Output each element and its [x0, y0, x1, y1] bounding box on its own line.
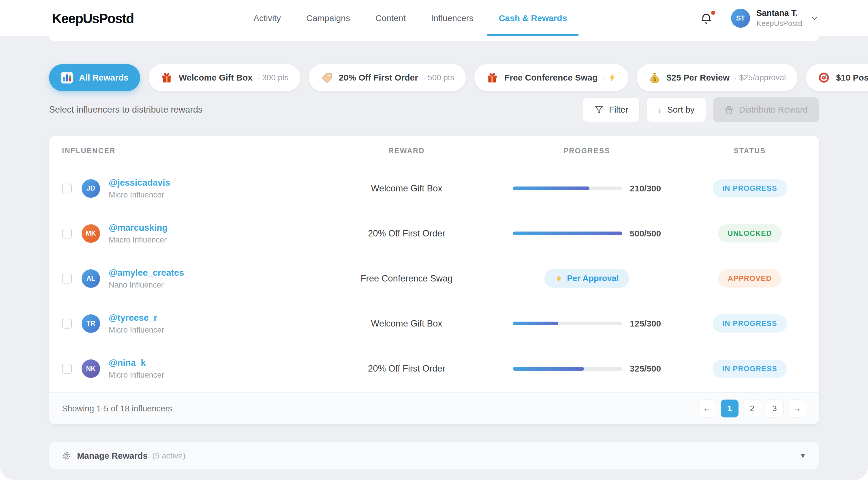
brand-logo: KeepUsPostd — [52, 10, 134, 26]
reward-pill-10-posting-bonus[interactable]: $10 Posting Bonus· $10/post — [806, 64, 868, 91]
page: KeepUsPostd ActivityCampaignsContentInfl… — [0, 0, 868, 485]
table-body: JD@jessicadavisMicro InfluencerWelcome G… — [49, 166, 819, 391]
table-row: JD@jessicadavisMicro InfluencerWelcome G… — [49, 166, 819, 211]
influencer-text: @tyreese_rMicro Influencer — [109, 313, 164, 335]
nav-menu: ActivityCampaignsContentInfluencersCash … — [241, 0, 580, 36]
column-header-status: STATUS — [681, 147, 819, 155]
status-badge: IN PROGRESS — [713, 179, 787, 197]
selection-hint: Select influencers to distribute rewards — [49, 105, 203, 115]
money-bag-icon: $ — [648, 71, 661, 84]
bolt-icon — [555, 275, 563, 283]
progress-fill — [513, 367, 584, 371]
reward-pill-label: All Rewards — [79, 73, 129, 83]
page-2-button[interactable]: 2 — [743, 400, 761, 418]
filter-button[interactable]: Filter — [583, 97, 640, 122]
avatar[interactable]: ST — [731, 9, 750, 28]
reward-cell: 20% Off First Order — [320, 228, 493, 239]
status-badge: UNLOCKED — [718, 224, 782, 242]
status-badge: APPROVED — [718, 269, 781, 288]
reward-pill-free-conference-swag[interactable]: Free Conference Swag· — [474, 64, 628, 91]
progress-cell: 125/300 — [493, 319, 681, 329]
table-header: INFLUENCERREWARDPROGRESSSTATUS — [49, 136, 819, 166]
reward-pill-label: $25 Per Review — [667, 73, 730, 83]
manage-rewards-bar[interactable]: Manage Rewards (5 active) ▼ — [49, 442, 819, 470]
influencer-handle[interactable]: @tyreese_r — [109, 313, 164, 323]
nav-item-content[interactable]: Content — [363, 0, 418, 36]
table-row: MK@marcuskingMacro Influencer20% Off Fir… — [49, 211, 819, 256]
nav-item-cash-rewards[interactable]: Cash & Rewards — [486, 0, 580, 36]
influencer-cell: TR@tyreese_rMicro Influencer — [49, 313, 320, 335]
progress-bar — [513, 322, 622, 325]
reward-pill-label: Free Conference Swag — [504, 73, 597, 83]
user-name: Santana T. — [756, 8, 802, 18]
influencer-text: @marcuskingMacro Influencer — [109, 223, 167, 245]
row-checkbox[interactable] — [62, 229, 72, 238]
reward-pill-suffix: · 300 pts — [257, 73, 289, 82]
reward-cell: Welcome Gift Box — [320, 183, 493, 194]
influencer-tier: Micro Influencer — [109, 371, 164, 380]
pagination: ←123→ — [698, 400, 806, 418]
tag-icon — [320, 71, 333, 84]
progress-label: 500/500 — [630, 229, 661, 238]
status-badge: IN PROGRESS — [713, 314, 787, 333]
influencer-handle[interactable]: @amylee_creates — [109, 267, 184, 278]
progress-fill — [513, 322, 558, 325]
row-checkbox[interactable] — [62, 364, 72, 374]
svg-text:$: $ — [653, 77, 656, 82]
avatar: JD — [82, 179, 100, 198]
progress-cell: 210/300 — [493, 183, 681, 193]
status-cell: IN PROGRESS — [681, 179, 819, 197]
funnel-icon — [594, 105, 604, 115]
row-checkbox[interactable] — [62, 274, 72, 284]
table-row: AL@amylee_createsNano InfluencerFree Con… — [49, 256, 819, 301]
manage-rewards-label: Manage Rewards — [77, 451, 148, 461]
gift-icon — [160, 71, 173, 84]
progress-bar — [513, 367, 622, 371]
target-icon — [817, 71, 830, 84]
influencer-handle[interactable]: @marcusking — [109, 223, 167, 233]
nav-item-campaigns[interactable]: Campaigns — [293, 0, 363, 36]
sort-button[interactable]: ↓ Sort by — [647, 97, 706, 122]
influencer-cell: NK@nina_kMicro Influencer — [49, 358, 320, 380]
influencer-cell: JD@jessicadavisMicro Influencer — [49, 177, 320, 199]
results-summary: Showing 1-5 of 18 influencers — [62, 404, 172, 413]
reward-pill-welcome-gift-box[interactable]: Welcome Gift Box· 300 pts — [149, 64, 300, 91]
page-3-button[interactable]: 3 — [766, 400, 783, 418]
reward-pill-20-off-first-order[interactable]: 20% Off First Order· 500 pts — [309, 64, 466, 91]
influencer-handle[interactable]: @nina_k — [109, 358, 164, 368]
page-1-button[interactable]: 1 — [721, 400, 739, 418]
toolbar-buttons: Filter ↓ Sort by Distribut — [583, 97, 819, 122]
influencer-text: @amylee_createsNano Influencer — [109, 267, 184, 290]
scrolled-card-edge — [49, 36, 819, 41]
influencer-handle[interactable]: @jessicadavis — [109, 177, 170, 188]
sort-button-label: Sort by — [667, 105, 695, 115]
nav-item-activity[interactable]: Activity — [241, 0, 293, 36]
progress-label: 125/300 — [630, 319, 661, 329]
user-info: Santana T. KeepUsPostd — [756, 8, 802, 28]
user-menu-button[interactable] — [810, 14, 819, 23]
collapse-triangle-icon[interactable]: ▼ — [799, 451, 807, 460]
per-approval-badge: Per Approval — [545, 269, 629, 288]
table-row: NK@nina_kMicro Influencer20% Off First O… — [49, 346, 819, 391]
page-next-button[interactable]: → — [788, 400, 806, 418]
notifications-button[interactable] — [699, 11, 713, 25]
column-header-progress: PROGRESS — [493, 147, 681, 155]
influencer-tier: Macro Influencer — [109, 235, 167, 245]
row-checkbox[interactable] — [62, 183, 72, 193]
filter-button-label: Filter — [609, 105, 628, 115]
user-org: KeepUsPostd — [756, 19, 802, 28]
reward-pill-suffix: · 500 pts — [423, 73, 454, 82]
page-prev-button[interactable]: ← — [698, 400, 716, 418]
distribute-reward-button[interactable]: Distribute Reward — [713, 97, 819, 122]
reward-pill-25-per-review[interactable]: $$25 Per Review· $25/approval — [637, 64, 798, 91]
per-approval-label: Per Approval — [567, 274, 619, 283]
column-header-reward: REWARD — [320, 147, 493, 155]
reward-pill-all-rewards[interactable]: All Rewards — [49, 64, 140, 91]
influencer-tier: Micro Influencer — [109, 326, 164, 335]
influencer-cell: AL@amylee_createsNano Influencer — [49, 267, 320, 290]
manage-rewards-meta: (5 active) — [152, 451, 185, 460]
row-checkbox[interactable] — [62, 319, 72, 329]
nav-item-influencers[interactable]: Influencers — [418, 0, 486, 36]
toolbar: Select influencers to distribute rewards… — [49, 97, 819, 122]
reward-cell: 20% Off First Order — [320, 364, 493, 374]
